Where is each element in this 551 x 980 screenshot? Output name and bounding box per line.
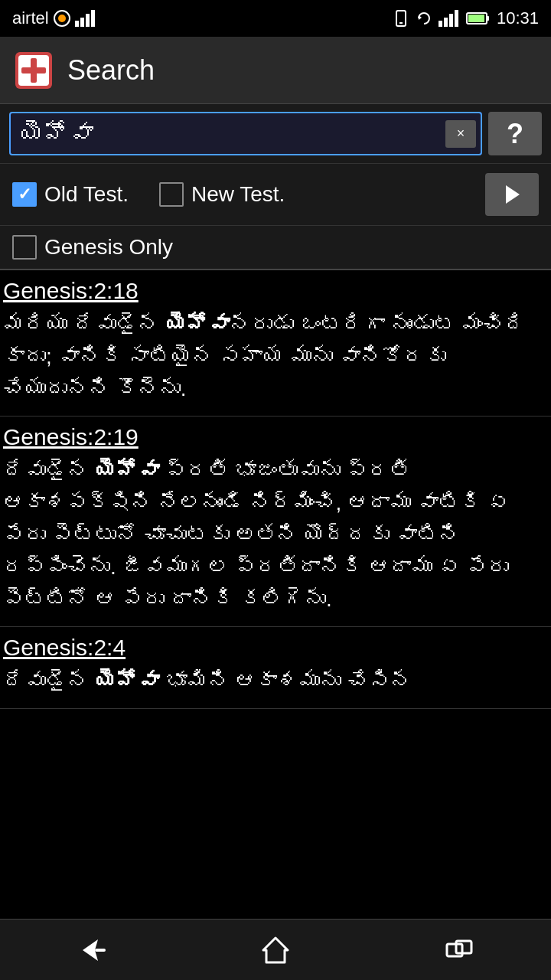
back-icon [75,933,109,967]
svg-rect-21 [95,949,106,952]
help-button[interactable]: ? [488,112,542,155]
search-input[interactable] [11,113,481,154]
title-bar: Search [0,37,551,104]
verse-text-2: దేవుడైన యెహోవా భూమిని ఆకాశమును చేసిన [3,665,548,697]
signal-icon [75,10,96,27]
new-test-label: New Test. [191,182,285,207]
svg-rect-19 [21,67,46,74]
play-button[interactable] [485,173,539,216]
play-icon [501,184,523,205]
search-area: × ? [0,104,551,164]
verse-ref-2[interactable]: Genesis:2:4 [3,635,126,661]
status-bar: airtel [0,0,551,37]
app-icon [12,49,55,92]
svg-rect-5 [91,10,95,27]
svg-rect-12 [455,10,458,27]
results-area: Genesis:2:18 మరియు దేవుడైన యెహోవానరుడు ఒ… [0,270,551,778]
svg-rect-11 [449,14,453,27]
signal-strength-icon [439,10,460,27]
svg-rect-15 [468,15,484,22]
old-test-label: Old Test. [44,182,129,207]
recent-apps-button[interactable] [419,926,499,975]
back-button[interactable] [52,926,132,975]
testament-checkboxes: Old Test. New Test. [12,182,485,207]
new-test-item[interactable]: New Test. [159,182,285,207]
results-list: Genesis:2:18 మరియు దేవుడైన యెహోవానరుడు ఒ… [0,270,551,709]
genesis-only-checkbox[interactable] [12,235,37,260]
svg-rect-14 [487,16,489,21]
home-button[interactable] [236,926,315,975]
carrier-icon [54,10,70,27]
rotate-icon [416,10,432,27]
verse-text-0: మరియు దేవుడైన యెహోవానరుడు ఒంటరిగా నుండుట… [3,309,548,405]
verse-text-1: దేవుడైన యెహోవా ప్రతి భూజంతువును ప్రతి ఆక… [3,455,548,616]
recent-apps-icon [442,933,476,967]
checkbox-row: Old Test. New Test. [0,164,551,226]
phone-icon [393,10,409,27]
status-carrier: airtel [12,8,96,28]
svg-marker-20 [506,185,520,204]
svg-point-1 [58,15,66,22]
nav-bar [0,919,551,980]
bible-icon [12,49,55,92]
svg-marker-8 [419,15,422,20]
new-test-checkbox[interactable] [159,182,184,207]
page-title: Search [67,54,155,87]
svg-rect-2 [75,21,79,27]
verse-ref-1[interactable]: Genesis:2:19 [3,424,139,450]
time-text: 10:31 [497,8,539,28]
svg-rect-3 [80,18,84,27]
svg-rect-24 [456,941,471,953]
result-entry-1: Genesis:2:19 దేవుడైన యెహోవా ప్రతి భూజంతు… [0,416,551,627]
genesis-only-row[interactable]: Genesis Only [0,226,551,270]
search-input-wrapper: × [9,112,482,155]
old-test-checkbox[interactable] [12,182,37,207]
home-icon [259,933,292,967]
status-right: 10:31 [393,8,539,28]
svg-rect-10 [444,18,448,27]
svg-rect-23 [447,944,462,956]
svg-rect-9 [439,21,442,27]
svg-marker-22 [263,938,288,962]
battery-icon [466,10,491,27]
clear-button[interactable]: × [445,120,476,148]
genesis-only-label: Genesis Only [44,235,173,260]
result-entry-0: Genesis:2:18 మరియు దేవుడైన యెహోవానరుడు ఒ… [0,270,551,416]
verse-ref-0[interactable]: Genesis:2:18 [3,278,139,304]
old-test-item[interactable]: Old Test. [12,182,129,207]
svg-rect-4 [86,14,90,27]
carrier-text: airtel [12,8,49,28]
result-entry-2: Genesis:2:4 దేవుడైన యెహోవా భూమిని ఆకాశము… [0,627,551,709]
